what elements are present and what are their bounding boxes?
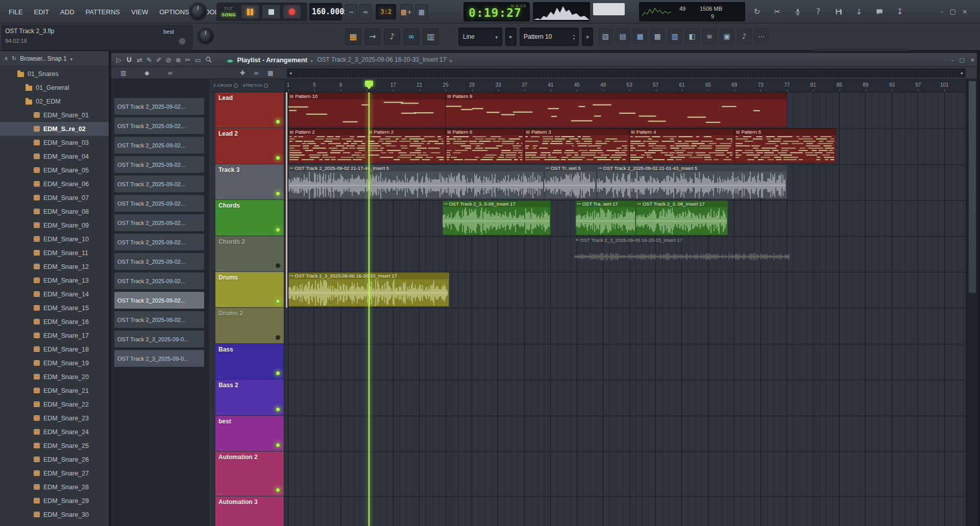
- track-header-lead[interactable]: Lead...: [215, 92, 284, 128]
- browser-item-02_edm[interactable]: 02_EDM: [0, 94, 109, 108]
- picker-item[interactable]: OST Track 2_2025-09-02...: [114, 272, 204, 289]
- close-icon[interactable]: ×: [962, 8, 968, 15]
- picker-item[interactable]: OST Track 2_3_2025-09-0...: [114, 350, 204, 367]
- pattern-clip[interactable]: ▤Pattern 5: [734, 129, 836, 163]
- help-icon[interactable]: ?: [811, 4, 826, 19]
- browser-item-edm_snare_19[interactable]: EDM_Snare_19: [0, 356, 109, 370]
- count-display[interactable]: 3:2: [376, 4, 396, 19]
- track-header-bass-2[interactable]: Bass 2...: [215, 380, 284, 415]
- menu-edit[interactable]: EDIT: [28, 6, 55, 18]
- update-icon[interactable]: ↓: [851, 4, 867, 19]
- track-header-automation-3[interactable]: Automation 3...: [215, 496, 284, 526]
- pattern-clip[interactable]: ▤Pattern 10: [288, 93, 446, 127]
- grid-icon[interactable]: ▦: [267, 70, 273, 76]
- scroll-right-icon[interactable]: ▸: [959, 68, 966, 78]
- browser-item-edm_snare_13[interactable]: EDM_Snare_13: [0, 273, 109, 287]
- browser-item-edm_snare_16[interactable]: EDM_Snare_16: [0, 315, 109, 329]
- playlist-window-icon[interactable]: ▤: [616, 29, 630, 44]
- audio-clip[interactable]: ↦OST Tra..sert 17: [576, 201, 636, 235]
- arrow-left-icon[interactable]: ◂: [287, 68, 294, 78]
- browser-title-arrow[interactable]: ▾: [70, 55, 73, 62]
- browser-item-edm_snare_10[interactable]: EDM_Snare_10: [0, 232, 109, 246]
- browser-item-edm_snare_05[interactable]: EDM_Snare_05: [0, 163, 109, 177]
- song-mode-switch[interactable]: PAT SONG: [219, 6, 238, 17]
- track-mute-led[interactable]: [276, 443, 280, 447]
- mic-icon[interactable]: [790, 4, 805, 19]
- minimize-icon[interactable]: –: [940, 8, 944, 15]
- select-icon[interactable]: ▭: [194, 57, 201, 63]
- browser-item-edm_snare_11[interactable]: EDM_Snare_11: [0, 246, 109, 260]
- zoom-icon[interactable]: [205, 56, 212, 63]
- snap-selector[interactable]: Line ▾: [458, 28, 502, 46]
- playhead-marker[interactable]: [365, 81, 373, 86]
- typing-to-piano-icon[interactable]: ▦+: [400, 4, 412, 19]
- picker-item[interactable]: OST Track 2_2025-09-02...: [114, 156, 204, 173]
- track-mute-led[interactable]: [276, 119, 280, 124]
- pattern-clip[interactable]: ▤Pattern 9: [446, 93, 787, 127]
- picker-item[interactable]: OST Track 2_2025-09-02...: [114, 292, 204, 309]
- picker-item[interactable]: OST Track 2_2025-09-02...: [114, 253, 204, 270]
- spinner-up-icon[interactable]: ▴: [573, 34, 575, 37]
- menu-patterns[interactable]: PATTERNS: [80, 6, 126, 18]
- star-icon[interactable]: ◆: [144, 70, 149, 76]
- browser-item-edm_snare_24[interactable]: EDM_Snare_24: [0, 425, 109, 439]
- track-mute-led[interactable]: [276, 228, 280, 232]
- arrow-right-small-icon[interactable]: ▸: [509, 34, 512, 39]
- piano-roll-icon[interactable]: ▦: [633, 29, 647, 44]
- horizontal-scrollbar[interactable]: ◂ ▸: [287, 68, 966, 78]
- collapse-icon[interactable]: ∧: [4, 56, 8, 61]
- step-edit-icon[interactable]: ▦: [345, 29, 361, 45]
- refresh-icon[interactable]: ↻: [12, 56, 16, 61]
- picker-item[interactable]: OST Track 2_2025-09-02...: [114, 98, 204, 115]
- slide-record-icon[interactable]: ∼: [345, 4, 357, 19]
- mixer-icon[interactable]: ▥: [668, 29, 682, 44]
- draw-icon[interactable]: ✎: [146, 57, 152, 63]
- audio-clip[interactable]: ↦OST Track 2_3..08_Insert 17: [636, 201, 728, 235]
- browser-item-edm_snare_27[interactable]: EDM_Snare_27: [0, 466, 109, 480]
- track-size-grip[interactable]: ...: [218, 231, 224, 234]
- audio-clip[interactable]: ↦OST Track 2_3..5-08_Insert 17: [443, 201, 551, 235]
- next-arrow-button[interactable]: ▸: [505, 28, 517, 46]
- picker-item[interactable]: OST Track 2_2025-09-02...: [114, 234, 204, 251]
- wait-icon[interactable]: ≈: [359, 4, 372, 19]
- browser-item-edm_snare_07[interactable]: EDM_Snare_07: [0, 191, 109, 205]
- pat-mode-label[interactable]: PAT: [219, 6, 238, 11]
- browser-item-edm_snare_18[interactable]: EDM_Snare_18: [0, 342, 109, 356]
- horizontal-scrollbar-thumb[interactable]: [294, 69, 959, 77]
- browser-item-edm_snare_15[interactable]: EDM_Snare_15: [0, 301, 109, 315]
- time-display[interactable]: M:S:CS 0:19:27: [463, 2, 530, 21]
- browser-item-edm_snare_20[interactable]: EDM_Snare_20: [0, 370, 109, 384]
- layout-icon[interactable]: ▥: [120, 70, 126, 76]
- pattern-clip[interactable]: ▤Pattern 6: [446, 129, 524, 163]
- browser-item-edm_s..re_02[interactable]: EDM_S..re_02: [0, 122, 109, 136]
- track-mute-led[interactable]: [276, 488, 280, 492]
- arrow-right-small-icon[interactable]: ▸: [959, 68, 966, 78]
- track-mute-led[interactable]: [276, 371, 280, 375]
- pause-button[interactable]: [241, 5, 259, 19]
- browser-item-edm_snare_26[interactable]: EDM_Snare_26: [0, 453, 109, 466]
- breadcrumb-arrow-icon[interactable]: ▸: [450, 58, 452, 63]
- tempo-value[interactable]: 160.000: [312, 7, 344, 16]
- cpu-panel[interactable]: 49 1506 MB 9: [639, 2, 745, 21]
- track-header-automation-2[interactable]: Automation 2...: [215, 452, 284, 496]
- pad-view-icon[interactable]: ▥: [423, 29, 439, 45]
- track-mute-led[interactable]: [276, 156, 280, 160]
- browser-item-edm_snare_03[interactable]: EDM_Snare_03: [0, 136, 109, 149]
- typing-keyboard-icon[interactable]: ▦: [415, 4, 428, 19]
- track-header-chords-2[interactable]: Chords 2...: [215, 236, 284, 271]
- track-header-chords[interactable]: Chords...: [215, 200, 284, 235]
- track-mute-led[interactable]: [276, 191, 280, 196]
- track-size-grip[interactable]: ...: [218, 303, 224, 306]
- oscilloscope[interactable]: [533, 2, 590, 21]
- browser-item-edm_snare_21[interactable]: EDM_Snare_21: [0, 384, 109, 397]
- audio-clip[interactable]: ✕OST Track 2_3_2025-09-06 16-20-33_Inser…: [574, 237, 790, 271]
- maximize-icon[interactable]: ▢: [950, 8, 956, 15]
- track-header-best[interactable]: best...: [215, 416, 284, 451]
- browser-item-edm_snare_04[interactable]: EDM_Snare_04: [0, 149, 109, 163]
- track-size-grip[interactable]: ...: [218, 446, 224, 449]
- slice-icon[interactable]: ✂: [185, 57, 191, 63]
- audio-clip[interactable]: ↦OST Track 2_2025-09-02 21-01-43_Insert …: [597, 165, 787, 199]
- timeline-ruler[interactable]: 1591317212529333741454953576165697377818…: [284, 79, 966, 92]
- cut-icon[interactable]: ✂: [770, 4, 785, 19]
- playlist-grid[interactable]: ▤Pattern 10▤Pattern 9▤Pattern 2▤Pattern …: [284, 92, 966, 526]
